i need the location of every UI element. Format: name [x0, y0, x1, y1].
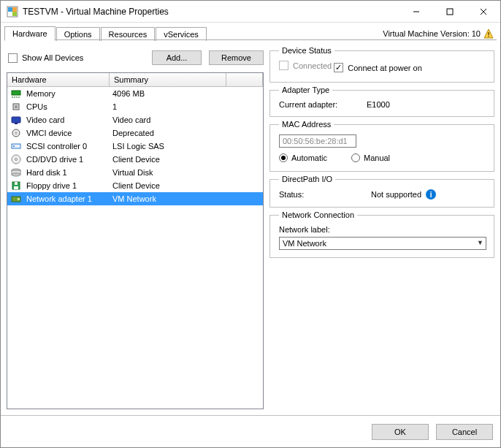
bottom-bar: OK Cancel	[1, 415, 500, 447]
hardware-name: VMCI device	[26, 129, 111, 137]
vm-version-label: Virtual Machine Version: 10	[383, 29, 497, 40]
network-label-select[interactable]: VM Network	[279, 237, 486, 250]
checkbox-icon	[334, 63, 343, 72]
svg-rect-33	[18, 198, 20, 200]
show-all-devices-label: Show All Devices	[22, 53, 83, 62]
hardware-row[interactable]: Memory4096 MB	[7, 87, 263, 100]
adapter-type-legend: Adapter Type	[279, 86, 332, 94]
connected-label: Connected	[293, 61, 332, 70]
mac-auto-radio[interactable]: Automatic	[279, 153, 327, 162]
hardware-name: Network adapter 1	[26, 194, 111, 203]
svg-point-21	[15, 132, 18, 134]
hardware-name: Video card	[26, 115, 111, 124]
svg-rect-5	[447, 9, 453, 15]
cddvd-icon	[10, 153, 22, 165]
hardware-name: Hard disk 1	[26, 168, 111, 177]
radio-icon	[351, 153, 360, 162]
floppy-icon	[10, 180, 22, 191]
tab-vservices[interactable]: vServices	[156, 27, 207, 41]
svg-rect-22	[12, 144, 20, 148]
mac-manual-radio[interactable]: Manual	[351, 153, 390, 162]
hardware-summary: Client Device	[111, 181, 263, 190]
minimize-button[interactable]	[399, 1, 433, 22]
radio-icon	[279, 153, 288, 162]
current-adapter-label: Current adapter:	[279, 100, 367, 109]
nic-icon	[10, 193, 22, 205]
mac-address-group: MAC Address Automatic Manual	[269, 120, 494, 172]
svg-rect-3	[12, 7, 17, 12]
svg-rect-30	[15, 182, 18, 185]
network-label-value: VM Network	[279, 237, 486, 250]
vmci-icon	[10, 127, 22, 139]
connect-at-power-on-checkbox[interactable]: Connect at power on	[334, 63, 422, 72]
maximize-button[interactable]	[433, 1, 467, 22]
col-hardware[interactable]: Hardware	[7, 73, 110, 86]
tab-options[interactable]: Options	[56, 27, 100, 41]
hardware-list[interactable]: Hardware Summary Memory4096 MBCPUs1Video…	[7, 72, 264, 409]
svg-rect-17	[15, 105, 18, 108]
mac-manual-label: Manual	[364, 153, 390, 162]
content: Show All Devices Add... Remove Hardware …	[1, 40, 500, 415]
remove-button[interactable]: Remove	[209, 50, 264, 65]
show-all-devices-checkbox[interactable]: Show All Devices	[8, 53, 83, 63]
svg-rect-1	[8, 7, 12, 12]
directpath-status-value: Not supported	[371, 190, 421, 199]
directpath-legend: DirectPath I/O	[279, 175, 335, 183]
checkbox-icon	[8, 53, 18, 63]
svg-rect-10	[488, 36, 489, 37]
directpath-status-label: Status:	[279, 190, 367, 199]
hardware-row[interactable]: CD/DVD drive 1Client Device	[7, 153, 263, 166]
hardware-row[interactable]: Hard disk 1Virtual Disk	[7, 166, 263, 179]
hardware-name: Memory	[26, 89, 111, 98]
network-label-text: Network label:	[279, 225, 486, 234]
hardware-summary: Deprecated	[111, 129, 263, 137]
scsi-icon	[10, 140, 22, 152]
adapter-type-group: Adapter Type Current adapter: E1000	[269, 86, 494, 117]
hardware-row[interactable]: CPUs1	[7, 100, 263, 113]
hardware-row[interactable]: Video cardVideo card	[7, 113, 263, 126]
hardware-list-header: Hardware Summary	[7, 73, 263, 87]
svg-rect-2	[12, 12, 17, 16]
hardware-row[interactable]: Floppy drive 1Client Device	[7, 179, 263, 192]
connected-checkbox: Connected	[279, 61, 332, 70]
mac-legend: MAC Address	[279, 120, 334, 129]
hardware-summary: LSI Logic SAS	[111, 142, 263, 151]
hardware-summary: Virtual Disk	[111, 168, 263, 177]
hardware-row[interactable]: VMCI deviceDeprecated	[7, 126, 263, 140]
svg-rect-9	[488, 32, 489, 35]
right-panel: Device Status Connected Connect at power…	[269, 46, 494, 409]
cancel-button[interactable]: Cancel	[436, 424, 493, 440]
titlebar: TESTVM - Virtual Machine Properties	[1, 1, 500, 23]
tab-resources[interactable]: Resources	[101, 27, 156, 41]
close-button[interactable]	[467, 1, 500, 22]
svg-rect-31	[14, 186, 18, 189]
svg-rect-19	[15, 123, 18, 124]
checkbox-icon	[279, 61, 288, 70]
device-status-legend: Device Status	[279, 46, 334, 55]
hardware-name: Floppy drive 1	[26, 181, 111, 190]
tab-hardware[interactable]: Hardware	[4, 26, 56, 41]
col-summary[interactable]: Summary	[110, 73, 226, 86]
disk-icon	[10, 167, 22, 178]
version-text: Virtual Machine Version: 10	[383, 29, 481, 38]
cpu-icon	[10, 101, 22, 113]
info-icon[interactable]: i	[426, 189, 436, 200]
mac-auto-label: Automatic	[291, 153, 327, 162]
hardware-list-body: Memory4096 MBCPUs1Video cardVideo cardVM…	[7, 87, 263, 409]
hardware-summary: 1	[111, 102, 263, 111]
device-status-group: Device Status Connected Connect at power…	[269, 46, 494, 83]
hardware-row[interactable]: Network adapter 1VM Network	[7, 192, 263, 205]
window-title: TESTVM - Virtual Machine Properties	[23, 7, 399, 17]
video-icon	[10, 114, 22, 126]
hardware-row[interactable]: SCSI controller 0LSI Logic SAS	[7, 140, 263, 153]
directpath-group: DirectPath I/O Status: Not supported i	[269, 175, 494, 208]
hardware-summary: Client Device	[111, 155, 263, 164]
warning-icon	[483, 29, 494, 39]
app-icon	[7, 6, 18, 18]
svg-point-23	[13, 145, 15, 147]
ok-button[interactable]: OK	[372, 424, 429, 440]
hardware-summary: 4096 MB	[111, 89, 263, 98]
mac-input[interactable]	[279, 134, 356, 148]
add-button[interactable]: Add...	[152, 50, 202, 65]
svg-point-28	[12, 173, 20, 176]
